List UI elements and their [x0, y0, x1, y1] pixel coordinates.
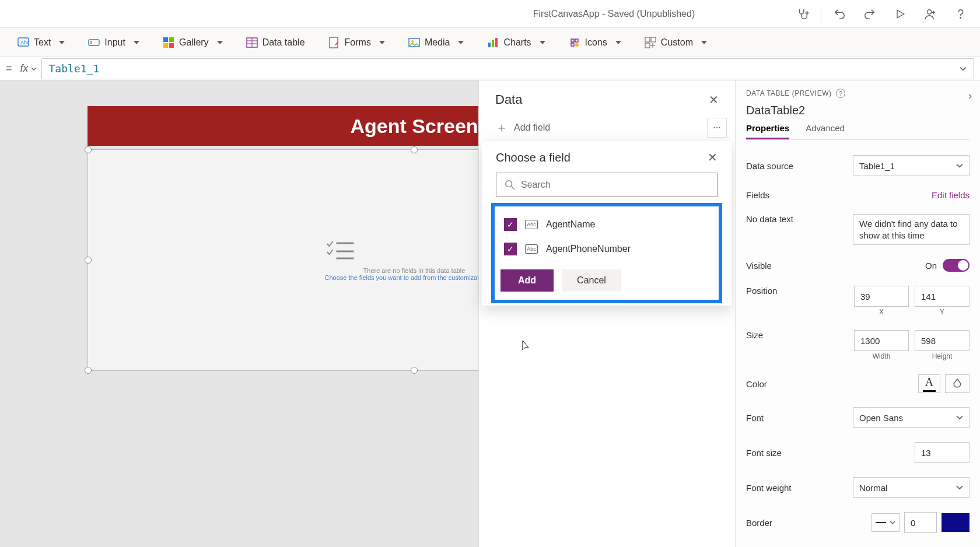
size-label: Size [746, 330, 763, 340]
stethoscope-icon[interactable] [790, 2, 815, 26]
svg-point-2 [928, 9, 932, 13]
canvas-area: Agent Screen There are no fields in [0, 80, 735, 547]
ribbon-gallery[interactable]: Gallery [163, 37, 223, 48]
checklist-icon [325, 239, 504, 262]
svg-rect-20 [492, 40, 494, 47]
close-icon[interactable]: ✕ [708, 150, 718, 164]
data-pane-title: Data [495, 92, 522, 107]
field-row[interactable]: ✓ Abc AgentName [501, 212, 713, 237]
help-icon[interactable] [949, 2, 973, 26]
nodata-label: No data text [746, 214, 793, 224]
undo-icon[interactable] [827, 2, 852, 26]
add-button[interactable]: Add [501, 269, 554, 292]
visible-toggle[interactable] [943, 259, 970, 272]
ribbon-text[interactable]: Abc Text [18, 37, 65, 48]
search-field[interactable] [521, 180, 709, 190]
resize-handle[interactable] [85, 367, 92, 374]
close-icon[interactable]: ✕ [709, 93, 719, 107]
search-icon [505, 180, 515, 190]
tab-advanced[interactable]: Advanced [806, 123, 845, 139]
height-label: Height [915, 352, 970, 360]
svg-text:Abc: Abc [20, 40, 29, 45]
text-icon: Abc [18, 37, 29, 48]
ribbon-forms[interactable]: Forms [328, 37, 385, 48]
border-color-chip[interactable] [942, 513, 970, 532]
svg-rect-10 [163, 43, 168, 48]
more-icon[interactable]: ⋯ [707, 118, 727, 138]
datasource-select[interactable]: Table1_1 [853, 155, 970, 176]
pos-x-input[interactable]: 39 [854, 286, 909, 307]
nodata-input[interactable]: We didn't find any data to show at this … [853, 214, 970, 245]
chevron-right-icon[interactable]: › [968, 90, 972, 102]
popup-title: Choose a field [496, 151, 570, 164]
fields-label: Fields [746, 190, 769, 200]
person-icon[interactable] [918, 2, 943, 26]
border-style-select[interactable] [872, 513, 900, 532]
fontsize-input[interactable]: 13 [915, 442, 970, 463]
media-icon [408, 37, 420, 48]
ribbon-icons-label: Icons [585, 37, 607, 48]
formula-input[interactable]: Table1_1 [41, 58, 974, 79]
svg-rect-24 [651, 37, 656, 42]
font-select[interactable]: Open Sans [853, 407, 970, 428]
checkbox-checked[interactable]: ✓ [504, 243, 517, 255]
ribbon-input[interactable]: Input [88, 37, 139, 48]
width-input[interactable]: 1300 [854, 330, 909, 351]
forms-icon [328, 37, 340, 48]
resize-handle[interactable] [411, 146, 418, 153]
ribbon-icons[interactable]: Icons [569, 37, 621, 48]
cancel-button[interactable]: Cancel [562, 269, 621, 292]
fontweight-select[interactable]: Normal [853, 477, 970, 498]
equals-label: = [6, 62, 16, 75]
height-input[interactable]: 598 [915, 330, 970, 351]
svg-point-29 [506, 181, 512, 187]
field-name: AgentName [546, 219, 596, 230]
resize-handle[interactable] [85, 146, 92, 153]
empty-line2-link[interactable]: Choose the fields you want to add from t… [325, 274, 504, 281]
play-icon[interactable] [888, 2, 912, 26]
pos-y-input[interactable]: 141 [915, 286, 970, 307]
border-label: Border [746, 518, 772, 528]
datasource-label: Data source [746, 161, 793, 171]
input-icon [88, 37, 100, 48]
ribbon-text-label: Text [34, 37, 51, 48]
ribbon-gallery-label: Gallery [179, 37, 209, 48]
help-icon[interactable]: ? [836, 89, 845, 98]
svg-point-0 [806, 12, 808, 14]
ribbon-media[interactable]: Media [408, 37, 464, 48]
add-field-button[interactable]: ＋ Add field [479, 113, 735, 142]
edit-fields-link[interactable]: Edit fields [932, 190, 970, 200]
search-input[interactable] [496, 173, 718, 197]
text-type-icon: Abc [525, 244, 538, 254]
fill-color-chip[interactable] [945, 374, 970, 393]
fontweight-label: Font weight [746, 483, 792, 493]
tab-properties[interactable]: Properties [746, 123, 789, 139]
svg-marker-1 [897, 10, 904, 17]
ribbon-datatable[interactable]: Data table [246, 37, 305, 48]
properties-pane: DATA TABLE (PREVIEW) ? › DataTable2 Prop… [735, 80, 980, 547]
svg-rect-19 [488, 43, 491, 47]
chevron-down-icon[interactable] [960, 65, 967, 72]
gallery-icon [163, 37, 174, 48]
text-type-icon: Abc [525, 220, 538, 229]
fx-icon[interactable]: fx [16, 62, 41, 75]
x-label: X [854, 308, 909, 316]
resize-handle[interactable] [411, 367, 418, 374]
border-width-input[interactable]: 0 [904, 512, 937, 533]
svg-rect-25 [645, 43, 650, 48]
position-label: Position [746, 286, 777, 296]
svg-line-30 [512, 187, 514, 190]
field-row[interactable]: ✓ Abc AgentPhoneNumber [501, 237, 713, 261]
checkbox-checked[interactable]: ✓ [504, 218, 517, 231]
ribbon-charts[interactable]: Charts [487, 37, 545, 48]
redo-icon[interactable] [858, 2, 882, 26]
svg-rect-21 [495, 38, 498, 47]
ribbon-forms-label: Forms [345, 37, 371, 48]
ribbon-input-label: Input [104, 37, 125, 48]
ribbon-custom[interactable]: Custom [645, 37, 707, 48]
svg-point-18 [411, 40, 414, 43]
fontsize-label: Font size [746, 448, 782, 458]
font-color-chip[interactable]: A [918, 374, 940, 393]
custom-icon [645, 37, 656, 48]
resize-handle[interactable] [85, 257, 92, 264]
